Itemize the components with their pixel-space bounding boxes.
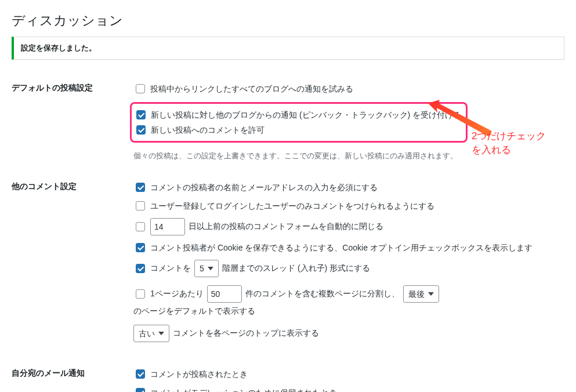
select-comment-order[interactable]: 古い xyxy=(133,325,169,342)
label-email-moderation[interactable]: コメントがモデレーションのために保留されたとき xyxy=(150,387,337,393)
label-pingback-send[interactable]: 投稿中からリンクしたすべてのブログへの通知を試みる xyxy=(150,83,353,95)
label-require-name[interactable]: コメントの投稿者の名前とメールアドレスの入力を必須にする xyxy=(150,182,378,194)
annotation-highlight-box: 新しい投稿に対し他のブログからの通知 (ピンバック・トラックバック) を受け付け… xyxy=(130,102,468,143)
checkbox-email-comment[interactable] xyxy=(136,369,145,379)
label-page-suffix: のページをデフォルトで表示する xyxy=(133,306,255,317)
checkbox-thread[interactable] xyxy=(136,264,145,273)
page-title: ディスカッション xyxy=(12,12,564,30)
checkbox-allow-comments[interactable] xyxy=(136,125,146,135)
input-close-days[interactable] xyxy=(150,218,185,235)
label-allow-comments[interactable]: 新しい投稿へのコメントを許可 xyxy=(151,124,265,136)
label-require-login[interactable]: ユーザー登録してログインしたユーザーのみコメントをつけられるようにする xyxy=(150,200,434,212)
select-thread-depth[interactable]: 5 xyxy=(194,260,219,277)
label-email-comment[interactable]: コメントが投稿されたとき xyxy=(150,368,248,380)
label-cookie-optin[interactable]: コメント投稿者が Cookie を保存できるようにする、Cookie オプトイン… xyxy=(150,242,532,254)
label-pingback-receive[interactable]: 新しい投稿に対し他のブログからの通知 (ピンバック・トラックバック) を受け付け… xyxy=(151,109,461,121)
section-heading-other: 他のコメント設定 xyxy=(12,170,128,357)
saved-notice: 設定を保存しました。 xyxy=(12,37,564,60)
label-order-suffix: コメントを各ページのトップに表示する xyxy=(173,328,319,339)
checkbox-require-name[interactable] xyxy=(136,183,145,192)
checkbox-paginate[interactable] xyxy=(136,289,145,299)
label-page-prefix: 1ページあたり xyxy=(150,289,204,299)
section-heading-default: デフォルトの投稿設定 xyxy=(12,71,128,170)
select-default-page[interactable]: 最後 xyxy=(403,285,439,303)
label-thread-prefix: コメントを xyxy=(150,263,191,274)
checkbox-cookie-optin[interactable] xyxy=(136,243,145,252)
label-page-mid: 件のコメントを含む複数ページに分割し、 xyxy=(245,289,400,299)
label-close-days-suffix: 日以上前の投稿のコメントフォームを自動的に閉じる xyxy=(189,222,383,232)
checkbox-email-moderation[interactable] xyxy=(136,388,145,392)
section-heading-email: 自分宛のメール通知 xyxy=(12,357,128,392)
label-thread-suffix: 階層までのスレッド (入れ子) 形式にする xyxy=(222,263,370,274)
checkbox-pingback-receive[interactable] xyxy=(136,110,146,119)
checkbox-pingback-send[interactable] xyxy=(136,84,145,93)
default-post-desc: 個々の投稿は、この設定を上書きできます。ここでの変更は、新しい投稿にのみ適用され… xyxy=(133,151,559,161)
settings-table: デフォルトの投稿設定 投稿中からリンクしたすべてのブログへの通知を試みる 新しい… xyxy=(12,71,564,392)
input-per-page[interactable] xyxy=(207,285,242,303)
checkbox-close-old[interactable] xyxy=(136,222,145,231)
checkbox-require-login[interactable] xyxy=(136,201,145,210)
